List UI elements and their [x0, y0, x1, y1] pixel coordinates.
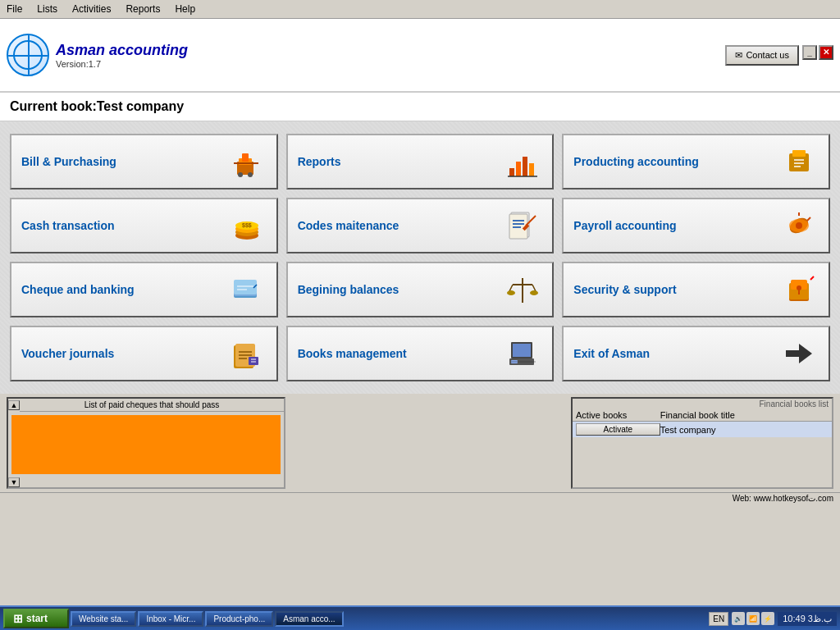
svg-rect-7 [516, 162, 521, 176]
svg-point-44 [530, 290, 538, 295]
close-button[interactable]: ✕ [819, 45, 833, 60]
financial-books-panel: Financial books list Active books Financ… [571, 397, 833, 489]
menu-help[interactable]: Help [171, 2, 199, 16]
svg-rect-35 [234, 280, 257, 294]
contact-button[interactable]: ✉ Contact us [725, 45, 799, 66]
codes-label: Codes maitenance [298, 219, 399, 232]
cheques-panel: ▲ List of paid cheques that should pass … [7, 397, 285, 489]
svg-rect-9 [529, 163, 534, 176]
svg-text:$$$: $$$ [242, 222, 252, 229]
books-label: Books management [298, 347, 407, 360]
payroll-accounting-button[interactable]: Payroll accounting [562, 198, 830, 253]
books-icon [503, 334, 542, 373]
fin-table-header: Active books Financial book title [573, 409, 832, 422]
col-book-title: Financial book title [660, 410, 829, 420]
version-label: Version:1.7 [56, 59, 188, 69]
tray-icon-1: 🔊 [732, 612, 745, 625]
security-label: Security & support [573, 283, 676, 296]
svg-point-48 [797, 285, 801, 290]
taskbar: ⊞ start Website sta... Inbox - Micr... P… [0, 605, 840, 630]
activate-button[interactable]: Activate [576, 423, 660, 436]
svg-rect-8 [523, 157, 527, 176]
svg-rect-2 [242, 153, 249, 162]
start-button[interactable]: ⊞ start [3, 609, 69, 628]
svg-line-50 [810, 276, 814, 280]
middle-spacer [292, 397, 564, 489]
bill-purchasing-icon [227, 142, 267, 181]
contact-label: Contact us [746, 50, 789, 60]
menu-file[interactable]: File [3, 2, 25, 16]
website-url: Web: www.hotkeysofت.com [733, 494, 833, 503]
svg-line-42 [532, 285, 536, 291]
scroll-down-left[interactable]: ▼ [8, 477, 20, 487]
cheque-banking-button[interactable]: Cheque and banking [10, 262, 278, 317]
financial-books-title: Financial books list [573, 399, 832, 409]
taskbar-item-2[interactable]: Product-pho... [205, 611, 273, 627]
cash-icon: $$$ [227, 206, 267, 245]
start-label: start [26, 613, 48, 624]
reports-button[interactable]: Reports [286, 134, 555, 189]
orange-content [11, 415, 281, 474]
svg-rect-56 [249, 357, 258, 365]
voucher-label: Voucher journals [21, 347, 114, 360]
current-book-label: Current book:Test company [0, 93, 840, 121]
tray-icons: 🔊 📶 ⚡ [732, 612, 774, 625]
payroll-icon [779, 206, 819, 245]
language-button[interactable]: EN [709, 612, 728, 626]
scroll-up-left[interactable]: ▲ [8, 400, 20, 410]
svg-rect-12 [792, 150, 806, 157]
minimize-button[interactable]: _ [802, 45, 817, 60]
logo-text-area: Asman accounting Version:1.7 [56, 42, 188, 69]
svg-point-3 [238, 172, 243, 177]
logo-box: Asman accounting Version:1.7 [7, 34, 188, 76]
taskbar-item-3[interactable]: Asman acco... [275, 611, 343, 627]
col-active-books: Active books [576, 410, 660, 420]
voucher-journals-button[interactable]: Voucher journals [10, 326, 278, 381]
svg-point-43 [507, 290, 515, 295]
codes-maitenance-button[interactable]: Codes maitenance [286, 198, 555, 253]
menubar: File Lists Activities Reports Help [0, 0, 840, 19]
svg-point-4 [248, 172, 253, 177]
exit-icon [779, 334, 819, 373]
logo-arc [13, 40, 43, 70]
app-name: Asman accounting [56, 42, 188, 59]
cash-transaction-button[interactable]: Cash transaction $$$ [10, 198, 278, 253]
tray-icon-3: ⚡ [761, 612, 774, 625]
svg-rect-6 [509, 168, 514, 176]
bill-purchasing-button[interactable]: Bill & Purchasing [10, 134, 278, 189]
codes-icon [503, 206, 542, 245]
svg-line-41 [509, 285, 513, 291]
windows-icon: ⊞ [13, 612, 23, 625]
exit-label: Exit of Asman [573, 347, 650, 360]
cash-label: Cash transaction [21, 219, 115, 232]
main-content: Bill & Purchasing Reports [0, 121, 840, 394]
security-support-button[interactable]: Security & support [562, 262, 830, 317]
fin-empty-space [573, 437, 832, 487]
status-bar: Web: www.hotkeysofت.com [0, 492, 840, 504]
cheques-panel-title: List of paid cheques that should pass [20, 399, 284, 412]
menu-lists[interactable]: Lists [34, 2, 61, 16]
svg-rect-60 [513, 344, 531, 357]
exit-asman-button[interactable]: Exit of Asman [562, 326, 830, 381]
menu-reports[interactable]: Reports [122, 2, 163, 16]
taskbar-item-0[interactable]: Website sta... [71, 611, 136, 627]
tray-icon-2: 📶 [746, 612, 760, 625]
reports-label: Reports [298, 155, 341, 168]
taskbar-item-1[interactable]: Inbox - Micr... [138, 611, 203, 627]
begining-balances-button[interactable]: Begining balances [286, 262, 555, 317]
producting-icon [779, 142, 819, 181]
svg-marker-64 [786, 344, 812, 363]
header-right: ✉ Contact us _ ✕ [725, 45, 833, 66]
taskbar-right: EN 🔊 📶 ⚡ 10:49 ب.ظ3 [709, 612, 837, 626]
producting-accounting-button[interactable]: Producting accounting [562, 134, 830, 189]
book-title-cell: Test company [660, 425, 829, 435]
menu-activities[interactable]: Activities [69, 2, 114, 16]
balances-label: Begining balances [298, 283, 399, 296]
module-grid: Bill & Purchasing Reports [10, 134, 830, 381]
bill-purchasing-label: Bill & Purchasing [21, 155, 116, 168]
header: Asman accounting Version:1.7 ✉ Contact u… [0, 19, 840, 93]
win-controls: _ ✕ [802, 45, 833, 60]
logo-globe [7, 34, 49, 76]
logo-area: Asman accounting Version:1.7 [7, 34, 188, 76]
books-management-button[interactable]: Books management [286, 326, 555, 381]
